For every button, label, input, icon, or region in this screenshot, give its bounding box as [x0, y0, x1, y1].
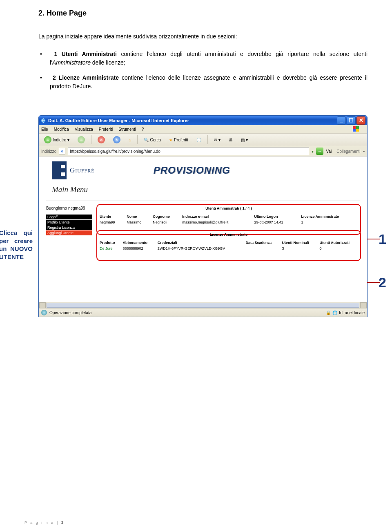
window-close-button[interactable]: ✕ [356, 116, 365, 125]
search-button[interactable]: 🔍Cerca [141, 135, 164, 145]
table-row: negma99 Massimo Negrisoli massimo.negris… [98, 219, 359, 225]
refresh-button[interactable]: ↻ [110, 135, 123, 145]
sidebar-link-logoff[interactable]: Logoff [46, 215, 92, 219]
table-row: De Jure 8888888902 2WD1H-6FYVR-GERCY-WZV… [98, 246, 359, 251]
cell-email: massimo.negrisoli@giuffre.it [180, 219, 252, 225]
home-button[interactable]: ⌂ [126, 135, 134, 145]
home-icon: ⌂ [129, 138, 131, 142]
edit-button[interactable]: ▤▾ [238, 135, 251, 145]
col-utente: Utente [98, 214, 125, 219]
chevron-right-icon: » [363, 150, 365, 153]
star-icon: ★ [169, 138, 173, 142]
history-button[interactable]: 🕘 [194, 135, 204, 145]
col-abbonamento: Abbonamento [121, 240, 156, 246]
scroll-thumb[interactable] [47, 303, 359, 308]
globe-icon: 🌐 [332, 311, 337, 315]
chevron-down-icon: ▾ [218, 138, 220, 142]
bullet-num: 2 [53, 74, 56, 81]
horizontal-scrollbar[interactable] [39, 302, 367, 308]
svg-rect-1 [353, 126, 356, 129]
window-minimize-button[interactable]: _ [337, 116, 346, 125]
users-table: Utente Nome Cognome Indirizzo e-mail Ult… [98, 214, 359, 225]
favorites-button[interactable]: ★Preferiti [166, 135, 191, 145]
cell-nome: Massimo [125, 219, 151, 225]
menu-tools[interactable]: Strumenti [118, 127, 136, 132]
col-prodotto: Prodotto [98, 240, 121, 246]
forward-icon: → [78, 136, 85, 143]
cell-prodotto: De Jure [98, 246, 121, 251]
bullet-item: 2 Licenze Amministrate contiene l'elenco… [50, 74, 368, 91]
refresh-icon: ↻ [113, 136, 120, 143]
cell-logon: 29-ott-2007 14.41 [252, 219, 299, 225]
status-icon [41, 310, 47, 315]
window-title: Dott. A. Giuffrè Editore User Manager - … [48, 118, 337, 123]
col-nominali: Utenti Nominali [280, 240, 318, 246]
sidebar-link-profile[interactable]: Profilo Utente [46, 220, 92, 225]
brand-logo: Giuffrè [52, 161, 95, 179]
windows-flag-icon [352, 126, 360, 132]
product-link[interactable]: De Jure [100, 246, 113, 250]
cell-cred: 2WD1H-6FYVR-GERCY-WZVLE-XG9GV [156, 246, 244, 251]
print-icon: 🖶 [229, 138, 233, 142]
menu-help[interactable]: ? [142, 127, 144, 132]
bullet-list: 1 Utenti Amministrati contiene l'elenco … [50, 50, 368, 91]
intro-text: La pagina iniziale appare idealmente sud… [38, 32, 368, 41]
ie-icon [40, 118, 46, 123]
svg-rect-3 [353, 129, 356, 132]
bullet-item: 1 Utenti Amministrati contiene l'elenco … [50, 50, 368, 67]
bullet-strong: Utenti Amministrati [62, 51, 117, 57]
print-button[interactable]: 🖶 [226, 135, 236, 145]
chevron-down-icon: ▾ [67, 138, 69, 142]
bullet-em: Amministratore [52, 59, 91, 66]
forward-button[interactable]: → [75, 135, 88, 145]
menu-favorites[interactable]: Preferiti [99, 127, 113, 132]
col-logon: Ultimo Logon [252, 214, 299, 219]
separator [91, 135, 91, 144]
chevron-down-icon[interactable]: ▾ [312, 149, 314, 154]
cell-nom: 3 [280, 246, 318, 251]
url-input[interactable]: https://bpelsso.siga.giuffre.it/provisio… [68, 147, 309, 155]
menu-view[interactable]: Visualizza [75, 127, 93, 132]
zone-text: Intranet locale [339, 311, 365, 315]
sidebar: Buongiorno negma99 Logoff Profilo Utente… [46, 206, 92, 258]
cell-scad [244, 246, 281, 251]
mail-button[interactable]: ✉▾ [211, 135, 223, 145]
cell-utente: negma99 [98, 219, 125, 225]
section-title: 2. Home Page [38, 9, 368, 18]
cell-cognome: Negrisoli [151, 219, 180, 225]
mail-icon: ✉ [214, 138, 217, 142]
back-icon: ← [44, 136, 51, 143]
chevron-down-icon: ▾ [246, 138, 248, 142]
col-credenziali: Credenziali [156, 240, 244, 246]
stop-button[interactable]: ✕ [95, 135, 108, 145]
back-button[interactable]: ← Indietro ▾ [41, 135, 72, 145]
col-licenze: Licenze Amministrate [299, 214, 359, 219]
sidebar-link-register-license[interactable]: Registra Licenza [46, 225, 92, 230]
divider [46, 201, 360, 201]
users-box-title: Utenti Amministrati ( 1 / 4 ) [98, 206, 359, 210]
window-maximize-button[interactable]: ☐ [347, 116, 356, 125]
brand-text: Giuffrè [70, 166, 95, 174]
col-cognome: Cognome [151, 214, 180, 219]
page-icon: e [59, 148, 65, 154]
separator [137, 135, 138, 144]
licenses-table: Prodotto Abbonamento Credenziali Data Sc… [98, 240, 359, 251]
menu-file[interactable]: Eile [41, 127, 48, 132]
callout-text: Clicca qui per creare un NUOVO UTENTE [0, 229, 33, 261]
search-icon: 🔍 [144, 138, 149, 142]
cell-aut: 0 [318, 246, 359, 251]
scroll-right-icon[interactable] [360, 302, 367, 308]
go-button[interactable]: → [316, 148, 323, 155]
licenses-box-title: Licenze Amministrate [98, 232, 359, 237]
svg-rect-4 [356, 129, 359, 132]
sidebar-link-add-user[interactable]: Aggiungi Utente [46, 230, 92, 235]
bullet-strong: Licenze Amministrate [59, 74, 119, 81]
links-label[interactable]: Collegamenti [336, 149, 360, 154]
col-email: Indirizzo e-mail [180, 214, 252, 219]
separator [207, 135, 208, 144]
cell-abb: 8888888902 [121, 246, 156, 251]
go-label: Vai [326, 149, 332, 154]
history-icon: 🕘 [196, 138, 201, 142]
menu-edit[interactable]: Modifica [54, 127, 69, 132]
scroll-left-icon[interactable] [39, 302, 46, 308]
